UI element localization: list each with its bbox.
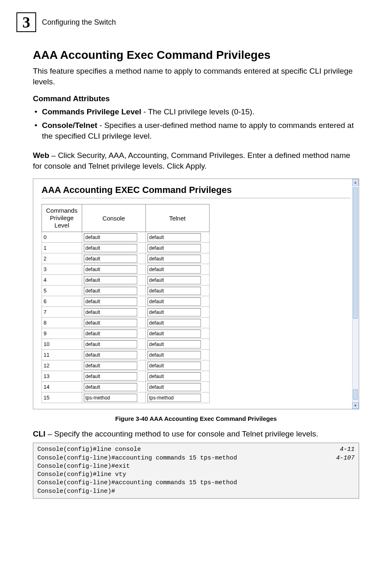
- console-input[interactable]: [84, 330, 137, 338]
- cell-console: [82, 382, 145, 392]
- cli-line: Console(config-line)#accounting commands…: [37, 454, 355, 462]
- console-input[interactable]: [84, 276, 137, 284]
- cli-command: Console(config-line)#: [37, 487, 115, 496]
- telnet-input[interactable]: [148, 394, 201, 402]
- telnet-input[interactable]: [148, 265, 201, 274]
- telnet-input[interactable]: [148, 276, 201, 284]
- scrollbar-down-icon[interactable]: ▼: [352, 402, 359, 409]
- cli-text: – Specify the accounting method to use f…: [46, 429, 318, 438]
- cell-level: 9: [42, 328, 82, 339]
- list-item: Commands Privilege Level - The CLI privi…: [33, 107, 359, 118]
- cell-level: 12: [42, 360, 82, 371]
- cell-console: [82, 296, 145, 307]
- cell-level: 5: [42, 286, 82, 296]
- telnet-input[interactable]: [148, 244, 201, 252]
- table-row: 9: [42, 328, 210, 339]
- cli-instructions: CLI – Specify the accounting method to u…: [33, 429, 359, 439]
- table-row: 13: [42, 371, 210, 382]
- cli-command: Console(config-line)#accounting commands…: [37, 479, 237, 487]
- cell-console: [82, 350, 145, 360]
- attr-label: Console/Telnet: [42, 121, 97, 130]
- command-attributes-heading: Command Attributes: [33, 94, 359, 103]
- cell-console: [82, 328, 145, 339]
- telnet-input[interactable]: [148, 233, 201, 241]
- console-input[interactable]: [84, 362, 137, 370]
- console-input[interactable]: [84, 287, 137, 295]
- cell-telnet: [145, 243, 209, 253]
- cell-level: 2: [42, 253, 82, 264]
- console-input[interactable]: [84, 319, 137, 327]
- cli-reference: 4-11: [340, 446, 355, 454]
- console-input[interactable]: [84, 383, 137, 391]
- cell-console: [82, 253, 145, 264]
- cell-telnet: [145, 286, 209, 296]
- scrollbar-thumb[interactable]: [353, 389, 358, 400]
- cli-line: Console(config)#line console4-11: [37, 446, 355, 454]
- console-input[interactable]: [84, 372, 137, 381]
- console-input[interactable]: [84, 394, 137, 402]
- attributes-list: Commands Privilege Level - The CLI privi…: [33, 107, 359, 142]
- intro-text: This feature specifies a method name to …: [33, 66, 359, 87]
- cell-level: 1: [42, 243, 82, 253]
- cli-command: Console(config)#line vty: [37, 471, 126, 479]
- telnet-input[interactable]: [148, 340, 201, 348]
- divider: [42, 198, 350, 198]
- cell-level: 3: [42, 264, 82, 275]
- cell-telnet: [145, 339, 209, 350]
- cli-line: Console(config)#line vty: [37, 471, 355, 479]
- table-row: 4: [42, 275, 210, 286]
- telnet-input[interactable]: [148, 308, 201, 316]
- privileges-table: CommandsPrivilegeLevel Console Telnet 01…: [42, 204, 210, 403]
- cli-line: Console(config-line)#exit: [37, 462, 355, 471]
- figure-caption: Figure 3-40 AAA Accounting Exec Command …: [33, 415, 359, 422]
- console-input[interactable]: [84, 255, 137, 263]
- telnet-input[interactable]: [148, 372, 201, 381]
- cell-level: 13: [42, 371, 82, 382]
- cell-level: 10: [42, 339, 82, 350]
- attr-label: Commands Privilege Level: [42, 107, 141, 116]
- page-header: 3 Configuring the Switch: [0, 12, 392, 32]
- cell-telnet: [145, 232, 209, 243]
- table-row: 7: [42, 307, 210, 318]
- cell-level: 8: [42, 318, 82, 328]
- table-row: 0: [42, 232, 210, 243]
- console-input[interactable]: [84, 351, 137, 359]
- cell-console: [82, 307, 145, 318]
- cell-telnet: [145, 318, 209, 328]
- chapter-title: Configuring the Switch: [42, 18, 116, 27]
- telnet-input[interactable]: [148, 351, 201, 359]
- cell-telnet: [145, 275, 209, 286]
- telnet-input[interactable]: [148, 330, 201, 338]
- console-input[interactable]: [84, 297, 137, 306]
- scrollbar-up-icon[interactable]: ▲: [352, 179, 359, 186]
- cell-telnet: [145, 392, 209, 403]
- web-instructions: Web – Click Security, AAA, Accounting, C…: [33, 150, 359, 171]
- telnet-input[interactable]: [148, 297, 201, 306]
- console-input[interactable]: [84, 265, 137, 274]
- chapter-number: 3: [23, 13, 30, 31]
- table-row: 14: [42, 382, 210, 392]
- console-input[interactable]: [84, 340, 137, 348]
- col-header-telnet: Telnet: [145, 204, 209, 232]
- telnet-input[interactable]: [148, 287, 201, 295]
- table-row: 6: [42, 296, 210, 307]
- console-input[interactable]: [84, 308, 137, 316]
- cli-command: Console(config)#line console: [37, 446, 141, 454]
- cli-line: Console(config-line)#accounting commands…: [37, 479, 355, 487]
- cell-console: [82, 232, 145, 243]
- console-input[interactable]: [84, 233, 137, 241]
- cell-console: [82, 392, 145, 403]
- telnet-input[interactable]: [148, 383, 201, 391]
- col-header-console: Console: [82, 204, 145, 232]
- cli-reference: 4-107: [336, 454, 355, 462]
- screenshot-panel: ▲ ▼ AAA Accounting EXEC Command Privileg…: [33, 179, 359, 409]
- cell-level: 7: [42, 307, 82, 318]
- telnet-input[interactable]: [148, 255, 201, 263]
- scrollbar-track[interactable]: ▲ ▼: [352, 179, 359, 409]
- telnet-input[interactable]: [148, 319, 201, 327]
- telnet-input[interactable]: [148, 362, 201, 370]
- console-input[interactable]: [84, 244, 137, 252]
- cell-console: [82, 286, 145, 296]
- table-row: 3: [42, 264, 210, 275]
- scrollbar-thumb[interactable]: [353, 187, 358, 319]
